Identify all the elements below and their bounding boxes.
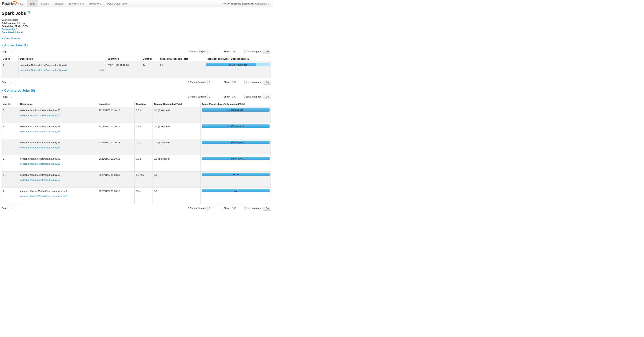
submitted-cell: 2022/11/07 11:10:18 [98, 107, 134, 123]
job-id-cell: 1 [2, 171, 19, 188]
stages-cell: 1/1 (3 skipped) [153, 107, 200, 123]
jump-to-page-input[interactable] [207, 206, 221, 211]
job-description-text: collect at /spark-scripts/spark-ad.py:53 [20, 109, 96, 112]
completed-job-row: 1 collect at /spark-scripts/spark-ad.py:… [2, 171, 271, 188]
tab-environment[interactable]: Environment [66, 0, 86, 7]
tasks-progress-bar: 1/1 (18 skipped) [202, 108, 270, 112]
job-description-link[interactable]: collect at /spark-scripts/spark-ad.py:53 [20, 130, 60, 133]
tab-storage[interactable]: Storage [52, 0, 66, 7]
spark-version: 3.3.0 [18, 3, 22, 6]
stages-cell: 1/1 (1 skipped) [153, 139, 200, 155]
col-header-job-id[interactable]: Job Id ▾ [2, 56, 18, 61]
tasks-progress-bar: 1/1 (16 skipped) [202, 157, 270, 160]
col-header-duration[interactable]: Duration [134, 101, 153, 107]
active-table-pagination-bottom: Page: 1 Pages. Jump to . Show items in a… [2, 80, 271, 85]
expand-arrow-icon: ▶ [2, 37, 3, 39]
active-job-row: 6 append at NativeMethodAccessorImpl.jav… [2, 61, 271, 78]
go-button[interactable]: Go [263, 49, 271, 54]
jump-to-page-input[interactable] [207, 80, 221, 85]
stages-cell: 1/1 [153, 188, 200, 204]
submitted-cell: 2022/11/07 11:08:58 [98, 171, 134, 188]
col-header-submitted[interactable]: Submitted [106, 56, 142, 61]
col-header-stages[interactable]: Stages: Succeeded/Total [153, 101, 200, 107]
tab-stages[interactable]: Stages [38, 0, 52, 7]
spark-logo: APACHE Spark [2, 1, 16, 6]
completed-jobs-link[interactable]: Completed Jobs: [2, 31, 21, 33]
duration-cell: 1.3 min [134, 171, 153, 188]
job-id-cell: 5 [2, 107, 19, 123]
job-description-link[interactable]: append at NativeMethodAccessorImpl.java:… [20, 68, 66, 72]
go-button[interactable]: Go [263, 206, 271, 211]
col-header-job-id[interactable]: Job Id ▾ [2, 101, 19, 107]
job-id-cell: 3 [2, 139, 19, 155]
stages-cell: 1/1 [153, 171, 200, 188]
go-button[interactable]: Go [263, 94, 271, 99]
job-id-cell: 2 [2, 155, 19, 171]
completed-table-header-row: Job Id ▾ Description Submitted Duration … [2, 101, 271, 107]
tab-sql-dataframe[interactable]: SQL / DataFrame [104, 0, 130, 7]
active-jobs-link[interactable]: Active Jobs: [2, 28, 16, 30]
items-per-page-input[interactable] [230, 206, 244, 211]
job-description-link[interactable]: collect at /spark-scripts/spark-ad.py:53 [20, 162, 60, 165]
summary-completed-jobs: Completed Jobs: 6 [2, 31, 271, 34]
page-label: Page: [2, 95, 8, 98]
items-text: items in a page. [246, 207, 262, 209]
go-button[interactable]: Go [263, 80, 271, 85]
items-per-page-input[interactable] [230, 80, 244, 85]
pages-count-text: 1 Pages. Jump to [188, 207, 206, 209]
tasks-cell: 1/1 (16 skipped) [200, 155, 271, 171]
progress-label: 16/16 [202, 173, 270, 176]
nav-tabs: Jobs Stages Storage Environment Executor… [27, 0, 130, 7]
description-cell: collect at /spark-scripts/spark-ad.py:53… [19, 171, 98, 188]
page-number-input[interactable] [9, 80, 16, 85]
page-title: Spark Jobs(?) [2, 10, 271, 16]
submitted-cell: 2022/11/07 11:10:16 [98, 155, 134, 171]
col-header-stages[interactable]: Stages: Succeeded/Total [159, 56, 205, 61]
tasks-cell: 16/16 [200, 171, 271, 188]
job-description-link[interactable]: collect at /spark-scripts/spark-ad.py:53 [20, 146, 60, 149]
job-description-text: append at NativeMethodAccessorImpl.java:… [20, 63, 104, 67]
show-text: . Show [222, 207, 230, 209]
pages-count-text: 1 Pages. Jump to [188, 95, 206, 98]
pages-count-text: 1 Pages. Jump to [188, 50, 206, 53]
col-header-description[interactable]: Description [19, 101, 98, 107]
col-header-duration[interactable]: Duration [142, 56, 159, 61]
job-description-text: collect at /spark-scripts/spark-ad.py:53 [20, 173, 96, 177]
spark-logo-star-icon [12, 0, 18, 5]
duration-cell: 39 s [134, 188, 153, 204]
help-icon[interactable]: (?) [26, 10, 30, 13]
event-timeline-toggle[interactable]: ▶ Event Timeline [2, 37, 271, 40]
col-header-submitted[interactable]: Submitted [98, 101, 134, 107]
job-description-text: collect at /spark-scripts/spark-ad.py:53 [20, 125, 96, 128]
page-number-input[interactable] [9, 49, 16, 54]
job-description-text: collect at /spark-scripts/spark-ad.py:53 [20, 157, 96, 160]
tab-executors[interactable]: Executors [86, 0, 104, 7]
job-description-link[interactable]: collect at /spark-scripts/spark-ad.py:53 [20, 178, 60, 182]
col-header-tasks[interactable]: Tasks (for all stages): Succeeded/Total [205, 56, 271, 61]
completed-jobs-section-header[interactable]: ▾ Completed Jobs (6) [2, 89, 271, 92]
tasks-cell: 1/1 (16 skipped) [200, 139, 271, 155]
job-description-link[interactable]: parquet at NativeMethodAccessorImpl.java… [20, 195, 67, 198]
jump-to-page-input[interactable] [207, 94, 221, 99]
submitted-cell: 2022/11/07 11:10:20 [106, 61, 142, 78]
items-text: items in a page. [246, 81, 262, 83]
pages-count-text: 1 Pages. Jump to [188, 81, 206, 83]
completed-jobs-table: Job Id ▾ Description Submitted Duration … [2, 101, 271, 204]
tasks-cell: 15/19 (4 running) [205, 61, 271, 78]
description-cell: collect at /spark-scripts/spark-ad.py:53… [19, 139, 98, 155]
summary-uptime: Total Uptime: 3.0 min [2, 21, 271, 25]
job-description-link[interactable]: collect at /spark-scripts/spark-ad.py:53 [20, 114, 60, 117]
items-per-page-input[interactable] [230, 94, 244, 99]
col-header-tasks[interactable]: Tasks (for all stages): Succeeded/Total [200, 101, 271, 107]
col-header-description[interactable]: Description [18, 56, 106, 61]
description-cell: append at NativeMethodAccessorImpl.java:… [18, 61, 106, 78]
page-number-input[interactable] [9, 206, 16, 211]
items-per-page-input[interactable] [230, 49, 244, 54]
tab-jobs[interactable]: Jobs [27, 0, 38, 7]
jump-to-page-input[interactable] [207, 49, 221, 54]
active-jobs-section-header[interactable]: ▾ Active Jobs (1) [2, 43, 271, 47]
kill-link[interactable]: (kill) [100, 68, 104, 72]
application-title: ny-tlc-anomaly-detection application UI [223, 0, 273, 7]
completed-job-row: 5 collect at /spark-scripts/spark-ad.py:… [2, 107, 271, 123]
page-number-input[interactable] [9, 94, 16, 99]
